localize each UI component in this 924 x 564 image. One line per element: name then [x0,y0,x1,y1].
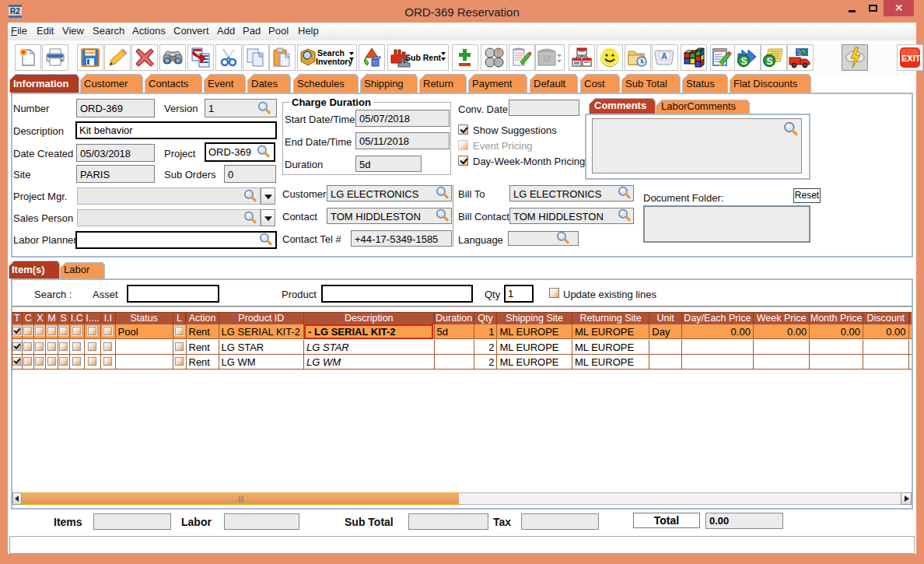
svg-text:S: S [741,56,747,67]
svg-text:Sub Rent: Sub Rent [405,53,442,62]
svg-text:EXIT: EXIT [901,54,921,63]
svg-text:A: A [661,51,667,61]
svg-text:Inventory: Inventory [316,57,352,66]
svg-text:S: S [767,56,773,67]
svg-text:?: ? [496,49,501,58]
svg-text:12: 12 [542,54,551,63]
